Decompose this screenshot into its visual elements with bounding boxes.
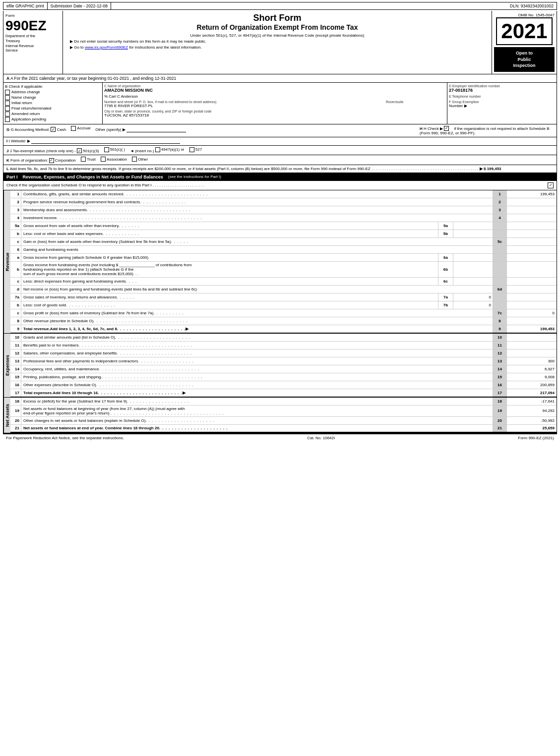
final-return-checkbox[interactable] <box>5 106 10 111</box>
cash-checkbox[interactable]: ✓ <box>51 127 56 132</box>
table-row: 19 Net assets or fund balances at beginn… <box>10 406 557 417</box>
row-amount <box>507 246 557 253</box>
j-501c-cb[interactable] <box>104 147 109 152</box>
j-501c: 501(c)( ) <box>104 147 125 152</box>
part-i-instructions: Check if the organization used Schedule … <box>3 181 557 190</box>
address-change-label: Address change <box>11 90 40 94</box>
k-trust-cb[interactable] <box>81 157 86 162</box>
row-line-num <box>493 301 507 309</box>
net-assets-section: Net Assets 18 Excess or (deficit) for th… <box>3 398 557 433</box>
schedule-o-text: Check if the organization used Schedule … <box>6 183 204 187</box>
k-assoc-cb[interactable] <box>101 157 106 162</box>
row-num: 6 <box>10 246 21 253</box>
row-6b-desc: Gross income from fundraising events (no… <box>23 263 191 267</box>
h-checkbox[interactable]: ✓ <box>444 126 449 131</box>
k-corp-cb[interactable]: ✓ <box>49 158 54 163</box>
j-4947-cb[interactable] <box>155 147 160 152</box>
street-value: 7795 E RIVER FOREST PL <box>104 104 383 108</box>
city-row: City or town, state or province, country… <box>104 110 445 117</box>
row-desc: Gross profit or (loss) from sales of inv… <box>21 309 493 317</box>
row-bcd: B Check if applicable: Address change Na… <box>3 83 557 124</box>
row-amount <box>507 334 557 341</box>
net-assets-rows: 18 Excess or (deficit) for the year (Sub… <box>10 398 557 433</box>
schedule-o-checkbox[interactable]: ✓ <box>548 182 554 188</box>
j-527: 527 <box>189 147 202 152</box>
table-row: c Gain or (loss) from sale of assets oth… <box>10 238 557 246</box>
row-desc: Net assets or fund balances at beginning… <box>21 406 493 416</box>
row-amount: 6,927 <box>507 365 557 373</box>
row-num: c <box>10 309 21 317</box>
accrual-checkbox[interactable] <box>71 126 76 131</box>
row-num: 5a <box>10 222 21 230</box>
application-pending-checkbox[interactable] <box>5 117 10 122</box>
k-other-cb[interactable] <box>132 157 137 162</box>
table-row: 15 Printing, publications, postage, and … <box>10 373 557 381</box>
table-row: 18 Excess or (deficit) for the year (Sub… <box>10 398 557 406</box>
row-amount: -50,992 <box>507 417 557 424</box>
row-line-num: 1 <box>493 190 507 198</box>
table-row: 8 Other revenue (describe in Schedule O)… <box>10 317 557 325</box>
row-desc: Occupancy, rent, utilities, and maintena… <box>21 365 493 373</box>
revenue-section: Revenue 1 Contributions, gifts, grants, … <box>3 190 557 334</box>
table-row: b Less: cost or other basis and sales ex… <box>10 230 557 238</box>
k-trust: Trust <box>81 157 96 162</box>
j-527-cb[interactable] <box>189 147 194 152</box>
sub-label: 6c <box>438 278 453 285</box>
row-amount <box>507 238 557 245</box>
row-g: G G Accounting Method: ✓ Cash Accrual Ot… <box>6 126 415 132</box>
row-line-num <box>493 230 507 237</box>
cb-final-return: Final return/terminated <box>5 106 101 111</box>
row-line-num: 4 <box>493 214 507 222</box>
row-desc: Other changes in net assets or fund bala… <box>21 417 493 424</box>
row-desc: Net assets or fund balances at end of ye… <box>21 425 493 432</box>
mid-box <box>453 262 493 277</box>
sub-label: 6b <box>438 262 453 277</box>
row-6b-line3: sum of such gross income and contributio… <box>23 272 139 276</box>
note2: ▶ Go to www.irs.gov/Form990EZ for instru… <box>65 45 490 50</box>
table-row: 1 Contributions, gifts, grants, and simi… <box>10 190 557 198</box>
name-change-checkbox[interactable] <box>5 95 10 100</box>
sub-label: 7a <box>438 293 453 301</box>
row-line-num: 21 <box>493 425 507 432</box>
row-line-num: 6d <box>493 286 507 293</box>
row-num: c <box>10 238 21 245</box>
cb-initial-return: Initial return <box>5 101 101 106</box>
row-line-num <box>493 293 507 301</box>
subtitle: Under section 501(c), 527, or 4947(a)(1)… <box>65 33 490 38</box>
k-assoc: Association <box>101 157 127 162</box>
row-amount <box>507 230 557 237</box>
revenue-label: Revenue <box>3 190 10 333</box>
part-i-header: Part I Revenue, Expenses, and Changes in… <box>3 173 557 181</box>
row-desc: Other revenue (describe in Schedule O) .… <box>21 317 493 325</box>
row-k: K Form of organization: ✓ Corporation Tr… <box>3 155 557 165</box>
section-a: A A For the 2021 calendar year, or tax y… <box>3 74 557 83</box>
row-line-num: 17 <box>493 389 507 397</box>
irs-link[interactable]: www.irs.gov/Form990EZ <box>85 45 128 50</box>
initial-return-checkbox[interactable] <box>5 101 10 106</box>
row-amount <box>507 349 557 357</box>
row-amount <box>507 206 557 214</box>
row-amount <box>507 286 557 293</box>
short-form-title: Short Form <box>65 13 490 23</box>
cb-address-change: Address change <box>5 90 101 95</box>
city-label: City or town, state or province, country… <box>104 110 445 113</box>
row-6b-inner: b Gross income from fundraising events (… <box>10 262 557 277</box>
street-label: Number and street (or P. O. box, if mail… <box>104 100 383 104</box>
table-row: 6 Gaming and fundraising events <box>10 246 557 254</box>
group-value: Number ▶ <box>449 104 555 108</box>
table-row: 7a Gross sales of inventory, less return… <box>10 293 557 301</box>
address-change-checkbox[interactable] <box>5 90 10 95</box>
phone-label: E Telephone number <box>449 95 555 98</box>
sub-label: 5b <box>438 230 453 237</box>
row-num: 4 <box>10 214 21 222</box>
care-of: % Carl C Anderson <box>104 94 445 99</box>
year-omb-area: OMB No. 1545-0047 2021 Open toPublicInsp… <box>492 11 557 74</box>
amended-return-checkbox[interactable] <box>5 112 10 116</box>
expenses-section: Expenses 10 Grants and similar amounts p… <box>3 334 557 398</box>
row-line-num: 20 <box>493 417 507 424</box>
j-501c3-cb[interactable]: ✓ <box>77 148 82 153</box>
row-num: b <box>10 262 21 277</box>
table-row: 21 Net assets or fund balances at end of… <box>10 425 557 433</box>
table-row: b Gross income from fundraising events (… <box>10 262 557 278</box>
row-desc: Contributions, gifts, grants, and simila… <box>21 190 493 198</box>
